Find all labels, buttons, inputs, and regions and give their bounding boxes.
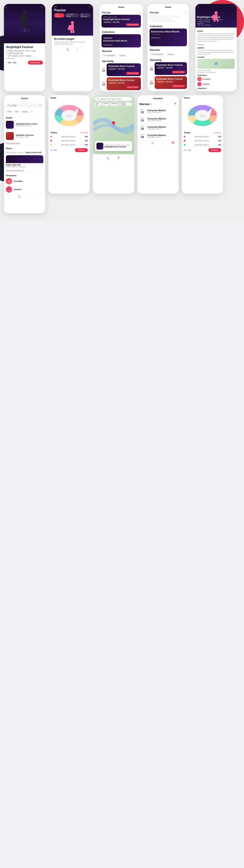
event-title: Brightlight Music Festival xyxy=(103,18,139,21)
hero-festival-screen: ‹ ♡ Brightlight Festival ● Friday, 24 Au… xyxy=(4,4,45,91)
warsaw-nav-home[interactable]: ⌂ xyxy=(142,142,143,145)
tab-phil-collins[interactable]: Phil Collins xyxy=(54,13,64,18)
second-ticket-name-2: SECTION P, ROW 2 xyxy=(194,140,209,142)
event-list-item-2[interactable]: Brightlobe Adventure SAT 1 OCT · 9PM xyxy=(6,130,43,142)
map-nav-home[interactable]: ⌂ xyxy=(97,157,98,160)
map-price-filter[interactable]: €40-80 xyxy=(95,102,102,106)
svg-point-11 xyxy=(214,11,218,14)
warsaw-dropdown-icon[interactable]: ▼ xyxy=(150,103,152,105)
nav-home-icon[interactable]: ⌂ xyxy=(58,48,59,51)
nav-music[interactable]: ♪ xyxy=(29,195,30,198)
warsaw-item-3[interactable]: SEP 18 Trying New Material Trying New Ma… xyxy=(139,124,177,132)
svg-rect-5 xyxy=(22,24,24,31)
nav-heart-icon[interactable]: ♡ xyxy=(85,48,87,51)
show-filter-chip[interactable]: Show xyxy=(14,111,20,113)
ticket-price-3: €30 xyxy=(85,144,88,146)
places-list: MAIN STREET 4, DUBAI Dubai Concert Hall … xyxy=(4,150,45,168)
search-input[interactable] xyxy=(12,104,38,106)
map-event-card[interactable]: TAXIS CONCER · FRIDAY AUG 24, 9PM Bright… xyxy=(95,141,132,151)
discover-music-chip-2[interactable]: ♪ MUSIC xyxy=(165,53,175,56)
warsaw-item-1[interactable]: SEP 12 Trying New Material Trying New Ma… xyxy=(139,107,177,116)
place-address-1: MAIN STREET 4, DUBAI xyxy=(6,152,23,154)
map-search-input[interactable] xyxy=(100,98,130,100)
upcoming-tickets-button[interactable]: TICKETS MORE xyxy=(126,72,140,74)
category-filter-chip[interactable]: Category xyxy=(21,111,29,113)
location-map: 🗺️ xyxy=(197,59,235,69)
read-more-link[interactable]: Read more xyxy=(197,44,204,45)
upcoming-item[interactable]: SEP 12 Brightlight Music Festival Indie … xyxy=(101,63,141,76)
learn-more-big[interactable]: Learn more » xyxy=(151,37,160,38)
collection-card-big[interactable]: Electronica Next Month # Electronica Lea… xyxy=(150,29,187,46)
collection-card[interactable]: #electronica Electronica Next Month Lear… xyxy=(101,34,141,48)
date-day-4: 13 xyxy=(150,82,153,85)
learn-more-link[interactable]: Learn more » xyxy=(103,44,113,45)
map-nav-heart[interactable]: ♡ xyxy=(128,157,130,160)
show-all-events[interactable]: Show all 5 events xyxy=(4,143,45,145)
map-event-name: Brightlight Music Festival xyxy=(104,146,130,148)
ticket-price-1: €30 xyxy=(85,135,88,137)
featured-event-card[interactable]: FRIDAY AUG 24, 9PM Brightlight Music Fes… xyxy=(101,15,141,28)
map-nav-location[interactable]: 📍 xyxy=(117,157,120,160)
buy-tickets-button[interactable]: Buy tickets xyxy=(28,61,43,65)
nav-heart[interactable]: ♡ xyxy=(39,195,41,198)
second-finalize-button[interactable]: Finalize xyxy=(208,148,221,152)
second-ticket-color-1 xyxy=(184,136,185,137)
clear-filter-chip[interactable]: ✕ xyxy=(30,111,34,113)
foryou-see-all[interactable]: ≡ xyxy=(185,11,186,13)
map-location-filter[interactable]: Current Location xyxy=(119,102,132,106)
discover-music-chip[interactable]: ♪ MUSIC xyxy=(118,54,127,57)
upcoming-see-all[interactable]: → xyxy=(139,60,141,62)
status-time: 9:41 xyxy=(54,6,57,7)
nav-music-icon[interactable]: ♪ xyxy=(77,48,78,51)
event-list-item-1[interactable]: Brightlight Music Festival Indie Rock · … xyxy=(6,119,43,130)
warsaw-nav-search[interactable]: 🔍 xyxy=(151,142,154,145)
price-filter-chip[interactable]: €40-80 xyxy=(6,111,13,113)
warsaw-nav-calendar[interactable]: 📅 xyxy=(172,142,175,145)
upcoming-event-card-4[interactable]: Brightlight Music Festival Indie Rock €4… xyxy=(155,76,187,89)
places-section-label: Places xyxy=(6,147,12,150)
upcoming-event-card[interactable]: Brightlight Music Festival Indie Rock €4… xyxy=(106,63,141,76)
tab-fc-barcelon[interactable]: FC Barcelon xyxy=(80,13,91,18)
nav-search[interactable]: 🔍 xyxy=(18,195,21,198)
performer-item-1[interactable]: 🎺 Drumpfets xyxy=(6,177,43,185)
upcoming-event-card-2[interactable]: Brightlight Music Festival Indie Rock €4… xyxy=(106,78,141,90)
favorite-button[interactable]: ♡ xyxy=(41,6,43,9)
tickets-price-range: €2 - €80 xyxy=(50,149,57,151)
upcoming-tickets-button-2[interactable]: TICKETS MORE xyxy=(126,86,140,89)
for-you-see-all[interactable]: ≡ xyxy=(140,11,141,13)
back-button[interactable]: ‹ xyxy=(6,6,7,9)
date-month-4: SEP xyxy=(150,81,153,82)
tickets-button[interactable]: TICKETS MORE xyxy=(126,23,140,26)
hero-figure xyxy=(4,4,45,35)
tab-tv-radio[interactable]: Tv on the Radio xyxy=(65,13,79,18)
performer-item-2[interactable]: 🎵 Sawbirds xyxy=(6,185,43,194)
nav-home[interactable]: ⌂ xyxy=(8,195,9,198)
map-nav-search[interactable]: 🔍 xyxy=(106,157,109,160)
by-price-label[interactable]: BY PRICE xyxy=(81,132,88,134)
place-item-1[interactable]: MAIN STREET 4, DUBAI Dubai Concert Hall xyxy=(6,150,43,155)
second-by-price[interactable]: BY PRICE xyxy=(214,132,221,134)
discover-area-chip[interactable]: 📍 YOUR AREA xyxy=(101,54,117,57)
warsaw-item-2[interactable]: SEP 13 Trying New Material Trying New Ma… xyxy=(139,116,177,124)
upcoming-item-4[interactable]: SEP 13 Brightlight Music Festival Indie … xyxy=(150,76,187,89)
upcoming-tickets-button-4[interactable]: TICKETS MORE xyxy=(172,85,185,87)
svg-rect-10 xyxy=(70,30,72,33)
upcoming-tickets-button-3[interactable]: TICKETS MORE xyxy=(172,71,185,73)
venue-map-screen: Venue STAGE xyxy=(49,95,90,194)
performer-name-list-1: Drumpfets xyxy=(14,180,23,182)
show-all-performers[interactable]: Show all 25 performers xyxy=(4,169,45,172)
map-category-filter[interactable]: Category xyxy=(110,102,118,106)
map-where-filter[interactable]: Where xyxy=(103,102,110,106)
close-search-icon[interactable]: ✕ xyxy=(39,104,41,106)
upcoming-see-all-2[interactable]: → xyxy=(185,59,187,61)
upcoming-item-3[interactable]: SEP 12 Brightlight Music Festival Indie … xyxy=(150,62,187,75)
nav-search-icon[interactable]: 🔍 xyxy=(66,48,69,51)
warsaw-nav-music[interactable]: ♪ xyxy=(162,142,163,145)
upcoming-item-2[interactable]: SEP 13 Brightlight Music Festival Indie … xyxy=(101,78,141,90)
finalize-button[interactable]: Finalize xyxy=(75,148,88,152)
warsaw-item-4[interactable]: SEP 18 Trying New Material Trying New Ma… xyxy=(139,132,177,140)
place-card-1[interactable]: Bright Lights Hall MAIN STREET 4, LONDON xyxy=(6,155,43,168)
genre-tag-2: Indie Rock xyxy=(108,82,117,84)
discover-area-chip-2[interactable]: 📍 YOUR AREA xyxy=(150,53,164,56)
upcoming-event-card-3[interactable]: Brightlight Music Festival Indie Rock €4… xyxy=(155,62,187,75)
